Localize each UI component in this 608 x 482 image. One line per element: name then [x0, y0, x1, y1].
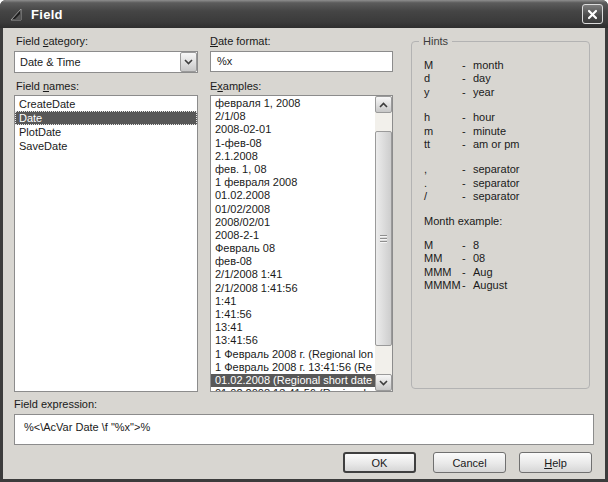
examples-rows: февраля 1, 2008 2/1/08 2008-02-01 1-фев-… [211, 97, 375, 391]
example-item[interactable]: 2008/02/01 [211, 216, 375, 229]
field-dialog-icon [9, 6, 26, 23]
examples-scrollbar[interactable] [375, 96, 392, 391]
date-format-label: Date format: [210, 35, 271, 47]
field-category-value: Date & Time [15, 56, 180, 68]
help-button[interactable]: Help [519, 452, 592, 473]
example-item[interactable]: 01/02/2008 [211, 203, 375, 216]
example-item[interactable]: фев. 1, 08 [211, 163, 375, 176]
example-item[interactable]: 2/1/2008 1:41 [211, 268, 375, 281]
field-expression-value: %<\AcVar Date \f "%x">% [14, 414, 594, 445]
example-item[interactable]: Февраль 08 [211, 242, 375, 255]
scroll-up-button[interactable] [375, 96, 392, 113]
hint-row: .-separator [424, 177, 585, 190]
window-title: Field [31, 7, 63, 22]
scrollbar-grip-icon [380, 235, 387, 244]
month-example-rows: M-8 MM-08 MMM-Aug MMMM-August [424, 239, 585, 293]
hint-row: M-8 [424, 239, 585, 252]
close-button[interactable] [582, 4, 603, 24]
hint-row: MM-08 [424, 252, 585, 265]
hints-title: Hints [419, 35, 452, 47]
date-format-input[interactable]: %x [210, 51, 393, 72]
hint-row: h-hour [424, 111, 585, 124]
example-item[interactable]: 1 февраля 2008 [211, 176, 375, 189]
field-name-item[interactable]: CreateDate [15, 97, 197, 111]
field-expression-label: Field expression: [14, 398, 97, 410]
example-item[interactable]: 1:41 [211, 295, 375, 308]
example-item[interactable]: 01.02.2008 [211, 189, 375, 202]
field-names-list: CreateDate Date PlotDate SaveDate [14, 95, 198, 392]
example-item[interactable]: 2008-02-01 [211, 123, 375, 136]
cancel-button[interactable]: Cancel [433, 452, 506, 473]
field-dialog: Field Field category: Date & Time Field … [0, 0, 608, 482]
close-icon [587, 9, 598, 20]
dialog-body: Field category: Date & Time Field names:… [3, 28, 605, 479]
hint-row: ,-separator [424, 163, 585, 176]
field-name-item[interactable]: PlotDate [15, 125, 197, 139]
field-name-item[interactable]: SaveDate [15, 139, 197, 153]
scrollbar-thumb[interactable] [375, 131, 392, 346]
example-item[interactable]: 13:41 [211, 321, 375, 334]
hints-group: Hints M-month d-day y-year h-hour m-minu… [411, 41, 590, 389]
example-item[interactable]: 1:41:56 [211, 308, 375, 321]
chevron-down-icon [379, 380, 388, 386]
examples-label: Examples: [210, 80, 261, 92]
example-item[interactable]: 2/1/08 [211, 110, 375, 123]
hint-row: M-month [424, 59, 585, 72]
example-item[interactable]: 13:41:56 [211, 334, 375, 347]
example-item[interactable]: февраля 1, 2008 [211, 97, 375, 110]
scroll-down-button[interactable] [375, 374, 392, 391]
ok-button[interactable]: OK [343, 452, 416, 473]
example-item[interactable]: 1 Февраль 2008 г. (Regional lon [211, 348, 375, 361]
hint-row: y-year [424, 86, 585, 99]
example-item[interactable]: 1 Февраль 2008 г. 13:41:56 (Re [211, 361, 375, 374]
field-category-select[interactable]: Date & Time [14, 51, 198, 73]
cancel-button-label: Cancel [452, 457, 486, 469]
example-item[interactable]: 2008-2-1 [211, 229, 375, 242]
month-example-label: Month example: [424, 215, 585, 228]
example-item[interactable]: 01.02.2008 13:41:56 (Regional [211, 387, 375, 391]
field-names-label: Field names: [16, 80, 79, 92]
titlebar[interactable]: Field [0, 0, 608, 28]
example-item[interactable]: 2/1/2008 1:41:56 [211, 282, 375, 295]
hint-row: MMM-Aug [424, 266, 585, 279]
help-button-label: Help [544, 457, 567, 469]
field-name-item-selected[interactable]: Date [15, 111, 197, 125]
field-category-label: Field category: [16, 35, 88, 47]
example-item-selected[interactable]: 01.02.2008 (Regional short date [211, 374, 375, 387]
examples-list: февраля 1, 2008 2/1/08 2008-02-01 1-фев-… [210, 95, 393, 392]
hint-row: d-day [424, 72, 585, 85]
chevron-up-icon [379, 102, 388, 108]
ok-button-label: OK [372, 457, 388, 469]
hint-row: MMMM-August [424, 279, 585, 292]
hint-row: m-minute [424, 125, 585, 138]
example-item[interactable]: фев-08 [211, 255, 375, 268]
example-item[interactable]: 1-фев-08 [211, 137, 375, 150]
hint-row: /-separator [424, 190, 585, 203]
hint-row: tt-am or pm [424, 138, 585, 151]
chevron-down-icon[interactable] [180, 52, 197, 72]
hints-body: M-month d-day y-year h-hour m-minute tt-… [412, 42, 589, 293]
example-item[interactable]: 2.1.2008 [211, 150, 375, 163]
